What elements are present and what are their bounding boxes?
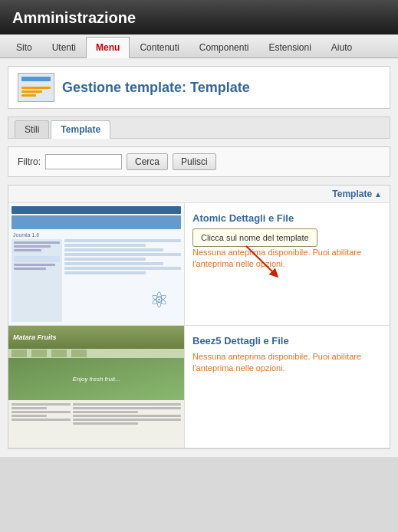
content-area: Gestione template: Template Stili Templa… (0, 58, 398, 457)
filter-label: Filtro: (18, 156, 41, 167)
beez5-info: Beez5 Dettagli e File Nessuna anteprima … (185, 326, 390, 448)
app-header: Amministrazione (0, 0, 398, 34)
icon-bar-2 (21, 90, 42, 93)
nav-estensioni[interactable]: Estensioni (258, 37, 321, 57)
template-column-header: Template ▲ (332, 189, 382, 199)
clear-button[interactable]: Pulisci (173, 153, 216, 170)
info-column: Atomic Dettagli e File Clicca sul nome d… (185, 203, 390, 448)
atom-icon: ⚛ (146, 287, 173, 314)
thumb-sidebar (12, 239, 62, 322)
icon-bar-1 (21, 87, 51, 89)
beez5-description: Nessuna anteprima disponibile. Puoi abil… (192, 351, 382, 375)
filter-bar: Filtro: Cerca Pulisci (8, 146, 390, 177)
template-rows: Joomla 1.6 (8, 203, 390, 448)
nav-sito[interactable]: Sito (6, 37, 42, 57)
thumb-nav-bar (12, 206, 181, 214)
table-header: Template ▲ (8, 186, 390, 203)
app-title: Amministrazione (12, 9, 136, 26)
beez-nav (8, 349, 184, 358)
filter-input[interactable] (45, 154, 122, 169)
svg-line-1 (246, 246, 275, 274)
tab-template[interactable]: Template (51, 120, 110, 139)
atomic-description: Nessuna anteprima disponibile. Puoi abil… (192, 247, 382, 271)
tabs-bar: Stili Template (8, 117, 390, 139)
page-title: Gestione template: Template (62, 80, 250, 96)
nav-utenti[interactable]: Utenti (42, 37, 86, 57)
beez-header: Matara Fruits (8, 326, 184, 349)
tooltip-area: Clicca sul nome del template (192, 228, 382, 247)
template-icon (18, 73, 54, 102)
nav-aiuto[interactable]: Aiuto (321, 37, 362, 57)
icon-bar-3 (21, 94, 36, 97)
template-table: Template ▲ Joomla 1.6 (8, 185, 390, 449)
main-navbar: Sito Utenti Menu Contenuti Componenti Es… (0, 34, 398, 58)
nav-menu[interactable]: Menu (86, 37, 130, 58)
sort-icon: ▲ (374, 190, 382, 199)
beez-hero-image: Enjoy fresh fruit... (8, 358, 184, 400)
tab-stili[interactable]: Stili (15, 120, 49, 138)
beez5-thumbnail: Matara Fruits Enjoy fresh fruit... (8, 326, 184, 448)
page-header: Gestione template: Template (8, 66, 390, 109)
beez-logo: Matara Fruits (13, 333, 57, 341)
thumb-banner (12, 215, 181, 229)
thumbnails-column: Joomla 1.6 (8, 203, 185, 448)
search-button[interactable]: Cerca (127, 153, 168, 170)
beez-body (8, 400, 184, 429)
nav-contenuti[interactable]: Contenuti (130, 37, 189, 57)
atomic-info: Atomic Dettagli e File Clicca sul nome d… (185, 203, 390, 326)
atomic-name-link[interactable]: Atomic Dettagli e File (192, 212, 382, 224)
nav-componenti[interactable]: Componenti (189, 37, 259, 57)
tooltip-arrow-svg (238, 242, 285, 281)
beez5-name-link[interactable]: Beez5 Dettagli e File (192, 335, 382, 346)
atomic-thumbnail: Joomla 1.6 (8, 203, 184, 326)
